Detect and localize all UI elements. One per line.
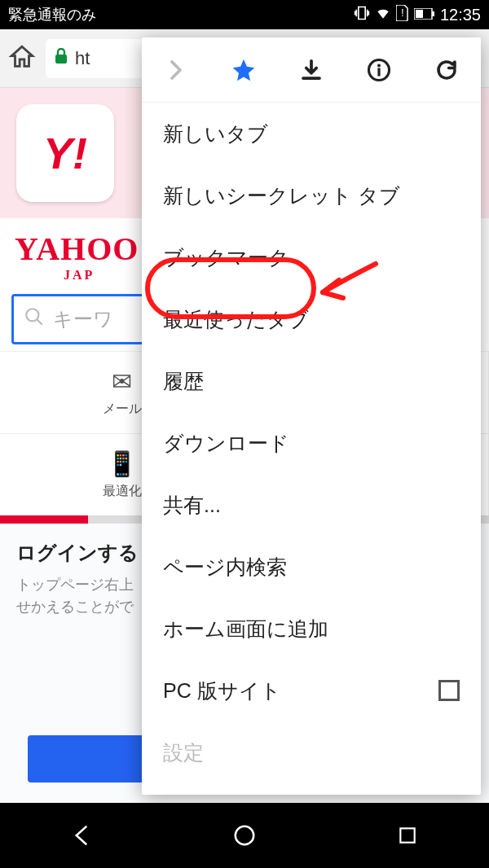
status-icons: ! 12:35 [354, 5, 481, 25]
wifi-icon [375, 5, 391, 25]
clock-text: 12:35 [440, 6, 481, 24]
home-icon[interactable] [8, 43, 36, 74]
menu-label: ホーム画面に追加 [163, 616, 328, 642]
menu-label: ブックマーク [163, 244, 289, 271]
forward-icon[interactable] [160, 54, 192, 86]
svg-point-5 [26, 309, 38, 321]
nav-recent-icon[interactable] [391, 819, 424, 852]
bookmark-star-icon[interactable] [227, 54, 260, 86]
svg-rect-4 [55, 55, 67, 64]
yahoo-app-tile: Y! [16, 104, 114, 202]
lock-icon [54, 48, 68, 68]
carrier-text: 緊急通報のみ [8, 5, 96, 24]
battery-icon [414, 7, 435, 24]
sim-alert-icon: ! [396, 5, 409, 25]
menu-bookmarks[interactable]: ブックマーク [142, 226, 481, 288]
vibrate-icon [354, 5, 370, 25]
menu-label: ダウンロード [163, 430, 289, 457]
menu-share[interactable]: 共有... [142, 474, 481, 536]
svg-point-10 [236, 826, 254, 845]
menu-recent-tabs[interactable]: 最近使ったタブ [142, 288, 481, 350]
download-icon[interactable] [295, 54, 328, 86]
search-icon [24, 306, 45, 332]
menu-label: 最近使ったタブ [163, 306, 309, 333]
svg-line-6 [37, 319, 42, 325]
menu-history[interactable]: 履歴 [142, 350, 481, 412]
menu-label: 履歴 [163, 368, 204, 395]
menu-desktop-site[interactable]: PC 版サイト [142, 660, 481, 721]
reload-icon[interactable] [430, 54, 463, 86]
menu-label: 共有... [163, 492, 221, 519]
url-text: ht [75, 48, 90, 69]
nav-home-icon[interactable] [228, 819, 261, 852]
menu-list: 新しいタブ 新しいシークレット タブ ブックマーク 最近使ったタブ 履歴 ダウン… [142, 103, 481, 795]
search-placeholder: キーワ [53, 306, 113, 332]
overflow-menu: 新しいタブ 新しいシークレット タブ ブックマーク 最近使ったタブ 履歴 ダウン… [142, 37, 481, 795]
menu-find-in-page[interactable]: ページ内検索 [142, 536, 481, 598]
svg-rect-2 [432, 11, 434, 16]
menu-label: 新しいシークレット タブ [163, 182, 400, 209]
android-nav-bar [0, 803, 489, 868]
menu-label: PC 版サイト [163, 677, 281, 704]
svg-rect-3 [416, 10, 423, 18]
svg-point-8 [377, 64, 381, 67]
checkbox-icon[interactable] [438, 680, 460, 701]
menu-icon-row [142, 37, 481, 103]
menu-new-incognito[interactable]: 新しいシークレット タブ [142, 164, 481, 226]
menu-label: 新しいタブ [163, 121, 268, 147]
svg-rect-11 [400, 828, 414, 842]
menu-label: ページ内検索 [163, 554, 287, 581]
svg-text:!: ! [401, 7, 403, 19]
svg-rect-9 [378, 68, 381, 76]
nav-back-icon[interactable] [65, 819, 98, 852]
menu-label: 設定 [163, 739, 204, 766]
mail-icon: ✉ [112, 367, 132, 396]
menu-downloads[interactable]: ダウンロード [142, 412, 481, 474]
logo-text: YAHOO [15, 230, 139, 267]
menu-settings[interactable]: 設定 [142, 721, 481, 783]
status-bar: 緊急通報のみ ! 12:35 [0, 0, 489, 29]
quick-label: メール [103, 401, 142, 418]
optimize-icon: 📱 [107, 449, 137, 478]
quick-label: 最適化 [103, 483, 142, 500]
info-icon[interactable] [363, 54, 395, 86]
menu-new-tab[interactable]: 新しいタブ [142, 103, 481, 164]
menu-add-to-home[interactable]: ホーム画面に追加 [142, 598, 481, 660]
